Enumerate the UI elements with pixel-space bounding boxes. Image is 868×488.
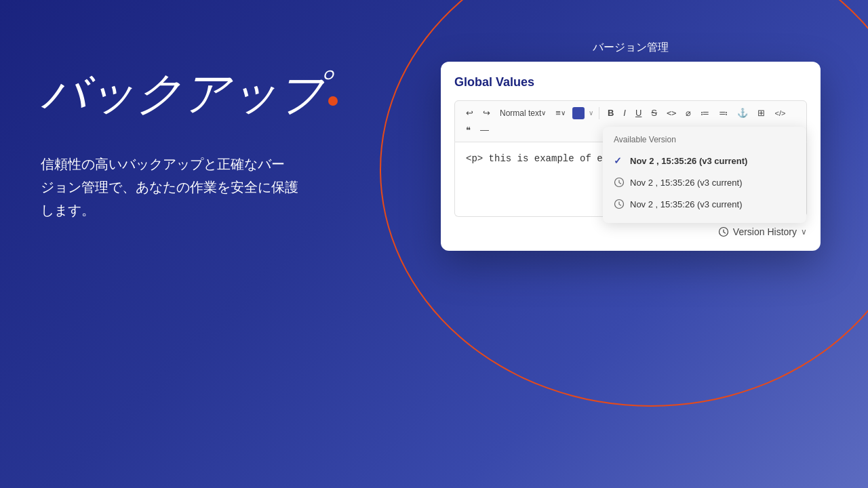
check-icon: ✓ [614, 155, 625, 166]
redo-button[interactable]: ↪ [480, 106, 493, 119]
italic-button[interactable]: I [620, 106, 629, 119]
attach-button[interactable]: ⚓ [734, 106, 751, 119]
version-item-2[interactable]: Nov 2 , 15:35:26 (v3 current) [603, 171, 806, 193]
clock-icon-2 [614, 199, 625, 209]
history-icon [718, 226, 729, 237]
unordered-list-button[interactable]: ≔ [698, 106, 712, 119]
left-section: バックアップ 信頼性の高いバックアップと正確なバージョン管理で、あなたの作業を安… [41, 68, 366, 222]
strikethrough-button[interactable]: S [648, 106, 660, 119]
version-history-button[interactable]: Version History ∨ [718, 226, 807, 237]
version-item-3[interactable]: Nov 2 , 15:35:26 (v3 current) [603, 193, 806, 215]
available-version-title: Available Version [603, 135, 806, 150]
right-section: バージョン管理 Global Values ↩ ↪ Normal text ∨ … [441, 41, 821, 251]
ordered-list-button[interactable]: ≕ [716, 106, 730, 119]
quote-button[interactable]: ❝ [463, 123, 473, 136]
description: 信頼性の高いバックアップと正確なバージョン管理で、あなたの作業を安全に保護します… [41, 152, 366, 222]
underline-button[interactable]: U [633, 106, 644, 119]
undo-button[interactable]: ↩ [463, 106, 476, 119]
orange-dot [328, 96, 338, 106]
version-item-2-text: Nov 2 , 15:35:26 (v3 current) [630, 178, 742, 188]
list-style-dropdown[interactable]: ≡ ∨ [553, 106, 568, 119]
editor-card: Global Values ↩ ↪ Normal text ∨ ≡ ∨ ∨ B … [441, 62, 821, 251]
image-button[interactable]: ⊞ [755, 106, 768, 119]
link-button[interactable]: ⌀ [683, 106, 694, 119]
main-title-container: バックアップ [41, 68, 366, 119]
version-item-1[interactable]: ✓ Nov 2 , 15:35:26 (v3 current) [603, 150, 806, 171]
main-title: バックアップ [41, 68, 326, 119]
editor-content-area[interactable]: <p> this is example of editor </P> Avail… [454, 142, 807, 217]
version-dropdown-popup: Available Version ✓ Nov 2 , 15:35:26 (v3… [603, 127, 806, 223]
bold-button[interactable]: B [605, 106, 616, 119]
version-label: バージョン管理 [441, 41, 821, 55]
clock-icon-1 [614, 177, 625, 188]
version-history-label: Version History [733, 226, 797, 237]
card-title: Global Values [454, 75, 807, 89]
version-item-1-text: Nov 2 , 15:35:26 (v3 current) [630, 156, 747, 166]
text-style-dropdown[interactable]: Normal text ∨ [497, 107, 549, 119]
code-block-button[interactable]: </> [772, 108, 788, 119]
horizontal-rule-button[interactable]: — [477, 123, 492, 136]
color-picker[interactable] [572, 107, 585, 119]
inline-code-button[interactable]: <> [664, 107, 679, 119]
chevron-down-icon: ∨ [801, 227, 807, 237]
toolbar-divider [599, 107, 599, 119]
version-item-3-text: Nov 2 , 15:35:26 (v3 current) [630, 199, 742, 209]
